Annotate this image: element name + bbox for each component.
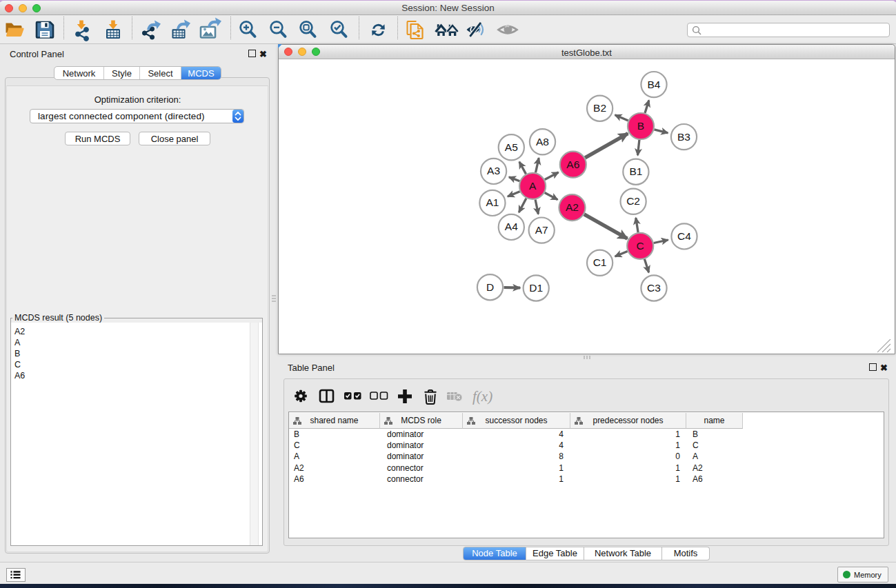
svg-text:B3: B3 [677,131,690,143]
svg-text:A5: A5 [505,141,518,153]
svg-text:B2: B2 [593,102,606,114]
svg-text:B: B [637,120,644,132]
svg-text:A2: A2 [566,201,579,213]
svg-text:A3: A3 [487,165,500,176]
svg-text:f(x): f(x) [472,388,492,405]
svg-text:B1: B1 [629,165,642,177]
svg-text:D: D [486,281,494,293]
svg-text:C: C [637,240,644,252]
svg-text:B4: B4 [648,79,661,90]
svg-text:C2: C2 [626,195,640,207]
svg-text:A6: A6 [566,159,579,170]
svg-text:A7: A7 [535,224,548,236]
svg-text:D1: D1 [529,282,543,294]
svg-text:A4: A4 [505,221,518,232]
svg-text:C3: C3 [647,282,661,294]
svg-text:A: A [529,180,537,192]
svg-text:C4: C4 [677,230,691,242]
svg-text:A1: A1 [486,196,499,208]
svg-text:C1: C1 [593,256,607,268]
svg-text:A8: A8 [536,136,549,148]
